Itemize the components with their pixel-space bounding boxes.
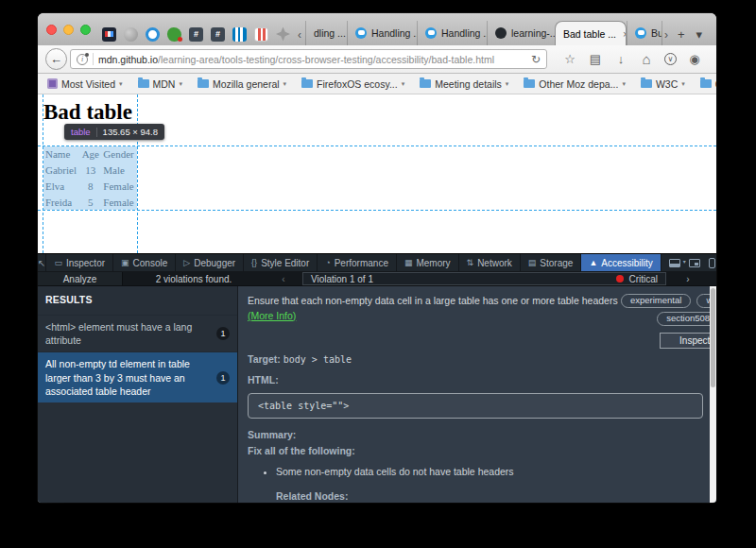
target-selector: body > table — [284, 354, 352, 365]
bookmark-item[interactable]: Games▾ — [700, 78, 716, 90]
next-violation-button[interactable]: › — [666, 272, 710, 285]
tab[interactable]: Handling ... — [347, 21, 417, 45]
bookmark-item[interactable]: MDN▾ — [138, 78, 182, 90]
tab[interactable]: learning-... — [487, 21, 555, 45]
tab-console[interactable]: ▣Console — [113, 254, 176, 271]
highlighter-guide-horizontal — [38, 146, 716, 146]
tab[interactable]: Bui — [627, 21, 662, 45]
scrollbar[interactable] — [710, 286, 716, 503]
pinned-tab-photos-icon[interactable] — [102, 27, 116, 42]
devtools-tabbar: ↖ ▭Inspector ▣Console ▷Debugger {}Style … — [38, 253, 716, 272]
tab-memory[interactable]: ▦Memory — [397, 254, 459, 271]
performance-icon: ◔ — [325, 258, 330, 267]
pinned-tab-irc-icon[interactable]: # — [189, 27, 203, 42]
tab-active[interactable]: Bad table ... × — [555, 21, 627, 45]
folder-icon — [641, 79, 652, 88]
chat-favicon-icon — [355, 27, 367, 39]
responsive-design-icon[interactable] — [709, 258, 715, 268]
tab-label: learning-... — [511, 27, 555, 39]
inspect-button[interactable]: Inspect — [660, 333, 716, 349]
target-label: Target: — [248, 353, 281, 365]
tab[interactable]: Handling ... — [417, 21, 487, 45]
scroll-tabs-right-button[interactable]: › — [662, 28, 672, 45]
page-viewport: Bad table Name Age Gender Gabriel 13 Mal… — [38, 94, 716, 253]
bookmark-item[interactable]: Most Visited▾ — [47, 78, 123, 90]
devtools-panel: ↖ ▭Inspector ▣Console ▷Debugger {}Style … — [38, 253, 716, 503]
bookmark-star-icon[interactable]: ☆ — [562, 52, 577, 66]
pocket-icon[interactable]: ∨ — [664, 53, 677, 65]
folder-icon — [301, 79, 313, 88]
highlighter-guide-vertical — [137, 94, 138, 253]
debugger-icon: ▷ — [183, 258, 190, 267]
tab-storage[interactable]: ▤Storage — [521, 254, 582, 271]
count-badge: 1 — [216, 327, 230, 340]
severity-badge: Critical — [616, 274, 658, 284]
zoom-window-button[interactable] — [80, 25, 91, 35]
split-console-icon[interactable] — [689, 259, 700, 267]
bookmark-item[interactable]: W3C▾ — [641, 78, 685, 90]
toolbar-icons: ☆ ▤ ↓ ⌂ ∨ ◉ ↑ — [562, 51, 716, 67]
folder-icon — [700, 79, 712, 88]
related-nodes-label: Related Nodes: — [276, 489, 699, 503]
close-window-button[interactable] — [46, 25, 57, 35]
navigation-toolbar: ← i mdn.github.io/learning-area/tools-te… — [38, 45, 716, 74]
summary-label: Summary: — [248, 428, 699, 443]
downloads-icon[interactable]: ↓ — [613, 52, 628, 66]
minimize-window-button[interactable] — [63, 25, 74, 35]
back-button[interactable]: ← — [45, 48, 67, 70]
reload-icon[interactable]: ↻ — [531, 53, 541, 66]
result-item[interactable]: <html> element must have a lang attribut… — [38, 315, 237, 351]
bookmark-item[interactable]: Mozilla general▾ — [198, 78, 286, 90]
scrollbar-thumb[interactable] — [711, 288, 715, 387]
new-tab-button[interactable]: + — [672, 27, 691, 45]
violations-count: 2 violations found. — [123, 272, 265, 285]
tab-accessibility[interactable]: ▲Accessibility — [581, 254, 661, 271]
dock-options-icon[interactable] — [669, 259, 680, 267]
table-row: Gabriel 13 Male — [43, 163, 137, 179]
window-controls — [46, 25, 91, 35]
home-icon[interactable]: ⌂ — [639, 51, 654, 67]
tab-style-editor[interactable]: {}Style Editor — [244, 254, 318, 271]
folder-icon — [420, 79, 431, 88]
url-bar[interactable]: i mdn.github.io/learning-area/tools-test… — [70, 49, 547, 69]
element-picker-icon[interactable]: ↖ — [38, 254, 46, 271]
violation-label: Violation 1 of 1 — [311, 274, 373, 284]
bookmark-item[interactable]: FirefoxOS ecosy...▾ — [301, 78, 404, 90]
bookmark-item[interactable]: Meeting details▾ — [420, 78, 508, 90]
analyze-button[interactable]: Analyze — [38, 272, 123, 285]
html-label: HTML: — [248, 373, 699, 388]
highlighter-guide-horizontal — [38, 210, 716, 211]
tab[interactable]: dling ... — [305, 21, 347, 45]
tab-inspector[interactable]: ▭Inspector — [46, 254, 113, 271]
tab-debugger[interactable]: ▷Debugger — [176, 254, 244, 271]
pinned-tab-ring-icon[interactable] — [146, 27, 160, 42]
highlighter-infobar: table 135.65 × 94.8 — [64, 124, 164, 140]
tab-strip: dling ... Handling ... Handling ... lear… — [305, 21, 662, 45]
pinned-tab-irc-icon[interactable]: # — [211, 27, 225, 42]
tab-performance[interactable]: ◔Performance — [318, 254, 397, 271]
pinned-tab-globe-icon[interactable] — [124, 27, 138, 42]
previous-violation-button[interactable]: ‹ — [265, 272, 302, 285]
tab-label: Bad table ... — [563, 28, 616, 40]
table-row: Freida 5 Female — [43, 194, 137, 210]
bookmark-item[interactable]: Other Moz depa...▾ — [524, 78, 626, 90]
reading-list-icon[interactable]: ▤ — [588, 52, 603, 66]
shield-icon[interactable]: ◉ — [687, 52, 702, 66]
result-item-selected[interactable]: All non-empty td element in table larger… — [38, 351, 237, 402]
devtools-toolbar-buttons: ⚙ × — [662, 254, 716, 271]
all-tabs-dropdown-button[interactable]: ▾ — [691, 27, 709, 45]
site-info-icon[interactable]: i — [77, 54, 88, 65]
infobar-tag-name: table — [71, 127, 91, 137]
scroll-tabs-left-button[interactable]: ‹ — [296, 28, 305, 45]
tab-network[interactable]: ⇅Network — [459, 254, 521, 271]
more-info-link[interactable]: (More Info) — [248, 310, 296, 321]
tab-label: Bui — [651, 27, 662, 39]
tab-label: Handling ... — [441, 27, 487, 39]
pinned-tab-trello-icon[interactable] — [232, 27, 247, 42]
pinned-tab-board-icon[interactable] — [254, 27, 268, 42]
pinned-tab-misc-icon[interactable] — [276, 27, 290, 42]
folder-icon — [524, 79, 535, 88]
tag-pill: section508 — [657, 312, 716, 326]
pinned-tab-plant-icon[interactable] — [167, 27, 181, 42]
github-favicon-icon — [495, 27, 507, 39]
